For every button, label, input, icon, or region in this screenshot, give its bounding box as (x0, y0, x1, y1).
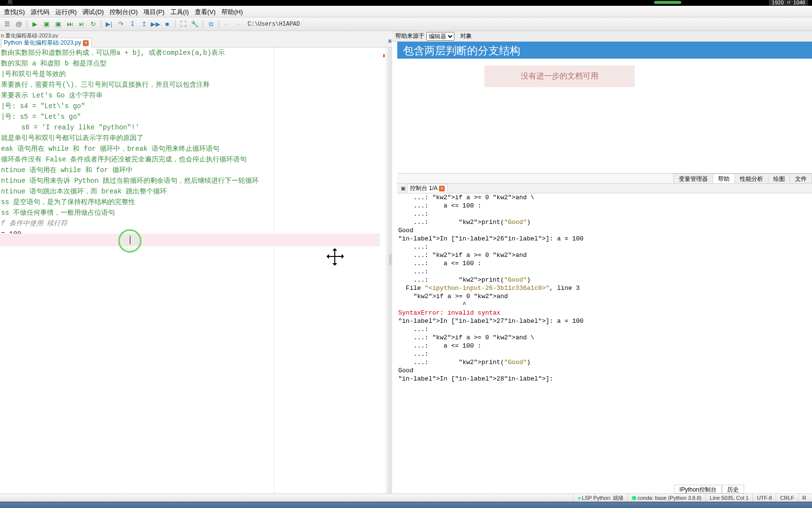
progress-bar (654, 1, 681, 4)
code-line: |号和双引号是等效的 (0, 69, 392, 79)
code-line: ntinue 语句用来告诉 Python 跳过当前循环的剩余语句，然后继续进行下… (0, 175, 392, 186)
console-line: ...: a <= 100 : (398, 202, 812, 210)
run-skip-icon[interactable]: ⏯ (76, 19, 87, 30)
maximize-icon[interactable]: ⛶ (178, 19, 188, 30)
code-line: s6 = 'I realy like "python"!' (0, 122, 392, 133)
run-cell-icon[interactable]: ▣ (41, 19, 52, 30)
console-line: ...: (398, 210, 812, 218)
scrollbar-marker (383, 54, 385, 57)
tab-files[interactable]: 文件 (790, 174, 812, 183)
help-banner: 包含两层判断的分支结构 (397, 42, 812, 59)
editor-tab[interactable]: Python 量化编程基础-2023.py × (1, 38, 92, 48)
link-icon: ↺ (787, 0, 791, 5)
at-icon[interactable]: @ (14, 19, 24, 30)
vertical-splitter[interactable] (389, 48, 391, 495)
code-line: |号: s4 = "Let\'s go" (0, 101, 392, 111)
console-subtabs: IPython控制台 历史 (674, 485, 744, 493)
separator (27, 20, 27, 29)
tab-variable-explorer[interactable]: 变量管理器 (673, 174, 713, 183)
status-pos: Line 5035, Col 1 (705, 494, 752, 503)
outline-icon[interactable]: ☰ (2, 19, 13, 30)
console-tab[interactable]: 控制台 1/A × (407, 184, 448, 193)
console-line: ...: (398, 243, 812, 251)
help-banner-text: 包含两层判断的分支结构 (403, 45, 520, 57)
console-line: ...: (398, 268, 812, 276)
resolution-chip: 1920 ↺ 1048 (769, 0, 808, 6)
console-line: ...: (398, 350, 812, 358)
right-pane-tabs: 变量管理器 帮助 性能分析 绘图 文件 (397, 173, 812, 184)
ipython-console[interactable]: ...: "kw2">if a >= 0 "kw2">and \ ...: a … (397, 193, 812, 495)
separator (101, 20, 101, 29)
help-header: 帮助来源于 编辑器 对象 (392, 31, 812, 42)
step-into-icon[interactable]: ↧ (127, 19, 138, 30)
help-body: 没有进一步的文档可用 (397, 59, 812, 173)
help-notice-text: 没有进一步的文档可用 (521, 72, 598, 80)
console-line: ...: "kw2">if a >= 0 "kw2">and \ (398, 193, 812, 202)
text-caret (130, 236, 130, 244)
dim-h: 1048 (794, 0, 805, 5)
step-over-icon[interactable]: ↷ (115, 19, 126, 30)
menu-item-tools[interactable]: 工具(I) (168, 7, 192, 17)
status-enc: UTF-8 (752, 494, 776, 503)
code-line: f 条件中使用 续行符 (0, 218, 392, 229)
menu-item-search[interactable]: 查找(S) (1, 7, 28, 17)
subtab-history[interactable]: 历史 (722, 485, 744, 493)
menu-item-view[interactable]: 查看(V) (192, 7, 219, 17)
forward-icon[interactable]: → (233, 19, 244, 30)
console-line: ...: a <= 100 : (398, 259, 812, 268)
back-icon[interactable]: ← (221, 19, 232, 30)
debug-start-icon[interactable]: ▶| (104, 19, 114, 30)
stop-icon[interactable]: ■ (162, 19, 172, 30)
step-out-icon[interactable]: ↥ (139, 19, 149, 30)
console-line: ...: "kw2">print("Good") (398, 358, 812, 366)
subtab-ipython[interactable]: IPython控制台 (674, 485, 722, 493)
separator (219, 20, 219, 29)
tab-plots[interactable]: 绘图 (768, 174, 790, 183)
console-line: "kw2">if a >= 0 "kw2">and (398, 292, 812, 301)
close-icon[interactable]: × (439, 186, 445, 191)
status-bar: ●LSP Python: 就绪 ⬢conda: base (Python 3.8… (0, 493, 812, 502)
move-cursor-icon (327, 249, 344, 269)
code-line: 循环条件没有 False 条件或者序列还没被完全遍历完成，也会停止执行循环语句 (0, 154, 392, 165)
tab-help[interactable]: 帮助 (713, 174, 735, 183)
tab-profiler[interactable]: 性能分析 (734, 174, 768, 183)
code-line: eak 语句用在 while 和 for 循环中，break 语句用来终止循环语… (0, 143, 392, 154)
menu-item-console[interactable]: 控制台(O) (107, 7, 141, 17)
working-dir: C:\Users\HIAPAD (248, 21, 300, 28)
console-line: ...: (398, 325, 812, 333)
python-icon[interactable]: ⧉ (205, 19, 216, 30)
console-dock-icon[interactable]: ▣ (399, 185, 407, 192)
code-line: ss 是空语句，是为了保持程序结构的完整性 (0, 197, 392, 207)
menu-item-source[interactable]: 源代码 (28, 7, 52, 17)
code-line: 就是单引号和双引号都可以表示字符串的原因了 (0, 133, 392, 143)
help-source-dropdown[interactable]: 编辑器 (426, 32, 454, 41)
console-line: Good (398, 226, 812, 235)
code-editor[interactable]: 数由实数部分和虚数部分构成，可以用a + bj, 或者complex(a,b)表… (0, 48, 392, 495)
version-label: .8) (7, 0, 13, 5)
overlay-strip: .8) 1920 ↺ 1048 (0, 0, 812, 6)
code-line: 果要表示 Let's Go 这个字符串 (0, 90, 392, 101)
code-line: 数的实部 a 和虚部 b 都是浮点型 (0, 58, 392, 69)
continue-icon[interactable]: ▶▶ (150, 19, 161, 30)
splitter-grip-icon[interactable] (389, 254, 392, 265)
console-tab-label: 控制台 1/A (410, 184, 437, 192)
menu-item-run[interactable]: 运行(R) (52, 7, 79, 17)
menu-item-debug[interactable]: 调试(D) (79, 7, 107, 17)
code-line: 果要换行，需要符号(\)。三引号则可以直接换行，并且可以包含注释 (0, 79, 392, 90)
status-rw: R (798, 494, 810, 503)
run-cell-next-icon[interactable]: ▣ (53, 19, 63, 30)
windows-taskbar[interactable] (0, 502, 812, 508)
menu-item-help[interactable]: 帮助(H) (219, 7, 246, 17)
run-icon[interactable]: ▶ (30, 19, 40, 30)
main-toolbar: ☰ @ ▶ ▣ ▣ ⏭ ⏯ ↻ ▶| ↷ ↧ ↥ ▶▶ ■ ⛶ 🔧 ⧉ ← → … (0, 17, 812, 31)
status-eol: CRLF (776, 494, 798, 503)
close-icon[interactable]: × (83, 40, 89, 46)
tab-options-icon[interactable]: ≡ (388, 38, 391, 45)
console-line: "in-label">In ["in-label">28"in-label">]… (398, 375, 812, 383)
console-line: ...: "kw2">if a >= 0 "kw2">and (398, 251, 812, 259)
menu-item-project[interactable]: 项目(P) (141, 7, 167, 17)
run-step-icon[interactable]: ⏭ (64, 19, 75, 30)
reload-icon[interactable]: ↻ (88, 19, 98, 30)
code-line: ntinue 语句跳出本次循环，而 break 跳出整个循环 (0, 186, 392, 197)
settings-icon[interactable]: 🔧 (189, 19, 200, 30)
